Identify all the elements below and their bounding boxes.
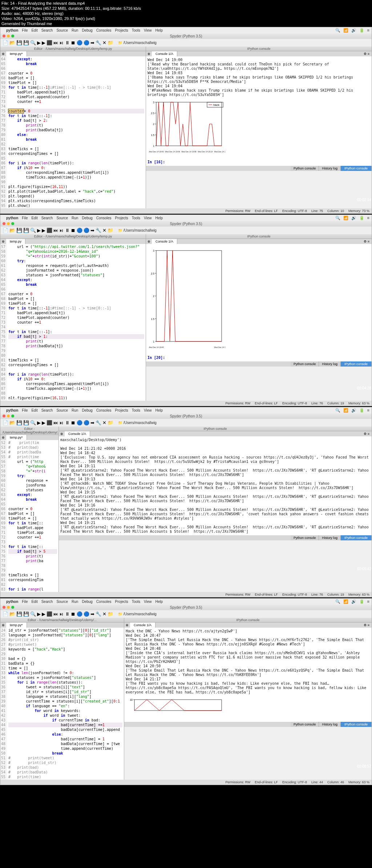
toolbar-icon-3[interactable]: 💾 [23, 420, 29, 425]
menu-search[interactable]: Search [41, 216, 53, 220]
toolbar-icon-16[interactable]: ✕ [102, 420, 106, 425]
toolbar-icon-16[interactable]: ✕ [102, 40, 106, 45]
spotlight-icon[interactable]: 🔍 [335, 216, 340, 220]
toolbar-icon-10[interactable]: ⏸ [65, 420, 70, 425]
minimize-icon[interactable] [7, 415, 10, 417]
toolbar-icon-12[interactable]: 🔵 [77, 228, 82, 233]
toolbar-icon-2[interactable]: 💾 [16, 40, 22, 45]
menu-consoles[interactable]: Consoles [96, 216, 112, 220]
toolbar-icon-7[interactable]: ⬛ [46, 228, 52, 233]
spotlight-icon[interactable]: 🔍 [335, 28, 340, 33]
toolbar-icon-15[interactable]: 🔧 [96, 611, 101, 617]
toolbar-icon-7[interactable]: ⬛ [46, 40, 52, 45]
toolbar-icon-11[interactable]: ⏹ [71, 40, 76, 45]
menu-consoles[interactable]: Consoles [96, 28, 112, 32]
toolbar-icon-15[interactable]: 🔧 [96, 40, 101, 45]
working-dir[interactable]: 📁 /Users/maxschallwig [118, 228, 157, 232]
history-log-tab[interactable]: History log [319, 722, 341, 727]
toolbar-icon-5[interactable]: ▶ [37, 420, 41, 425]
toolbar-icon-9[interactable]: ⏯ [59, 420, 64, 425]
toolbar-icon-16[interactable]: ✕ [102, 228, 106, 233]
toolbar-icon-15[interactable]: 🔧 [96, 420, 101, 425]
code-content[interactable]: # print(tim# print(bad)# print(badDa# pr… [7, 440, 58, 592]
close-icon[interactable] [3, 606, 5, 609]
menu-tools[interactable]: Tools [132, 600, 140, 604]
menu-debug[interactable]: Debug [82, 600, 92, 604]
toolbar-icon-4[interactable]: 🔍 [30, 40, 36, 45]
toolbar-icon-12[interactable]: 🔵 [77, 40, 82, 45]
toolbar-icon-4[interactable]: 🔍 [30, 228, 36, 233]
python-console-tab[interactable]: Python console [291, 166, 319, 171]
toolbar-icon-10[interactable]: ⏸ [65, 611, 70, 617]
battery-icon[interactable]: 🔋 [359, 599, 364, 604]
toolbar-icon-1[interactable]: 📂 [9, 40, 15, 45]
menu-consoles[interactable]: Consoles [96, 600, 112, 604]
toolbar-icon-8[interactable]: ⏭ [53, 40, 58, 45]
wifi-icon[interactable]: 📶 [343, 599, 348, 604]
menu-projects[interactable]: Projects [115, 216, 128, 220]
python-console-tab[interactable]: Python console [291, 361, 319, 367]
toolbar-icon-7[interactable]: ⬛ [46, 420, 52, 425]
toolbar-icon-17[interactable]: 📁 [108, 40, 113, 45]
toolbar-icon-7[interactable]: ⬛ [46, 611, 52, 617]
toolbar-icon-1[interactable]: 📂 [9, 611, 15, 617]
menu-file[interactable]: File [22, 408, 28, 412]
tab-close-icon[interactable]: ⊗ [0, 435, 6, 440]
console-output[interactable]: 11.522.53Wed Dec 14 18:40Wed Dec 14 19:4… [146, 244, 372, 361]
menu-search[interactable]: Search [41, 28, 53, 32]
toolbar-icon-5[interactable]: ▶ [37, 40, 41, 45]
toolbar-icon-13[interactable]: 🔵 [84, 611, 89, 617]
toolbar-icon-13[interactable]: 🔵 [84, 228, 89, 233]
console-tab[interactable]: Console 1/A [152, 51, 177, 56]
menu-view[interactable]: View [144, 28, 152, 32]
battery-icon[interactable]: 🔋 [359, 28, 364, 33]
spotlight-icon[interactable]: 🔍 [335, 599, 340, 604]
file-tab[interactable]: temp.py* [6, 51, 27, 56]
console-options-icon[interactable]: ⚙ ≡ [361, 239, 372, 244]
wifi-icon[interactable]: 📶 [343, 216, 348, 220]
menu-source[interactable]: Source [56, 600, 68, 604]
menu-help[interactable]: Help [155, 600, 163, 604]
minimize-icon[interactable] [7, 35, 10, 37]
menu-edit[interactable]: Edit [31, 600, 37, 604]
minimize-icon[interactable] [7, 606, 10, 609]
menu-tools[interactable]: Tools [132, 216, 140, 220]
console-tab[interactable]: Console 1/A [65, 431, 90, 436]
toolbar-icon-3[interactable]: 💾 [23, 40, 29, 45]
volume-icon[interactable]: 🔊 [351, 599, 356, 604]
code-content[interactable]: url = ("https://api.twitter.com/1.1/sear… [7, 244, 146, 401]
toolbar-icon-15[interactable]: 🔧 [96, 228, 101, 233]
python-console-tab[interactable]: Python console [291, 722, 319, 727]
console-tab[interactable]: Console 1/A [152, 239, 177, 244]
menu-tools[interactable]: Tools [132, 408, 140, 412]
toolbar-icon-17[interactable]: 📁 [108, 228, 113, 233]
menu-search[interactable]: Search [41, 600, 53, 604]
ipython-console-tab[interactable]: IPython console [341, 361, 372, 367]
file-tab[interactable]: temp.py [6, 239, 25, 244]
toolbar-icon-9[interactable]: ⏯ [59, 40, 64, 45]
toolbar-icon-2[interactable]: 💾 [16, 611, 22, 617]
tab-close-icon[interactable]: ⊗ [0, 623, 6, 628]
tab-close-icon[interactable]: ⊗ [124, 623, 130, 628]
code-content[interactable]: id_str = jsonFormatted["statuses"][0]["i… [7, 628, 124, 780]
menu-file[interactable]: File [22, 28, 28, 32]
menu-search[interactable]: Search [41, 408, 53, 412]
toolbar-icon-0[interactable]: 📄 [3, 611, 8, 617]
tab-close-icon[interactable]: ⊗ [146, 51, 152, 56]
tab-close-icon[interactable]: ⊗ [0, 51, 6, 56]
toolbar-icon-11[interactable]: ⏹ [71, 228, 76, 233]
toolbar-icon-9[interactable]: ⏯ [59, 611, 64, 617]
history-log-tab[interactable]: History log [319, 166, 341, 171]
toolbar-icon-17[interactable]: 📁 [108, 611, 113, 617]
toolbar-icon-5[interactable]: ▶ [37, 228, 41, 233]
wifi-icon[interactable]: 📶 [343, 408, 348, 413]
file-tab[interactable]: temp.py* [6, 435, 27, 440]
volume-icon[interactable]: 🔊 [351, 216, 356, 220]
history-log-tab[interactable]: History log [319, 361, 341, 367]
menu-view[interactable]: View [144, 216, 152, 220]
menu-view[interactable]: View [144, 408, 152, 412]
menu-file[interactable]: File [22, 216, 28, 220]
menu-source[interactable]: Source [56, 216, 68, 220]
tab-close-icon[interactable]: ⊗ [146, 239, 152, 244]
toolbar-icon-1[interactable]: 📂 [9, 420, 15, 425]
